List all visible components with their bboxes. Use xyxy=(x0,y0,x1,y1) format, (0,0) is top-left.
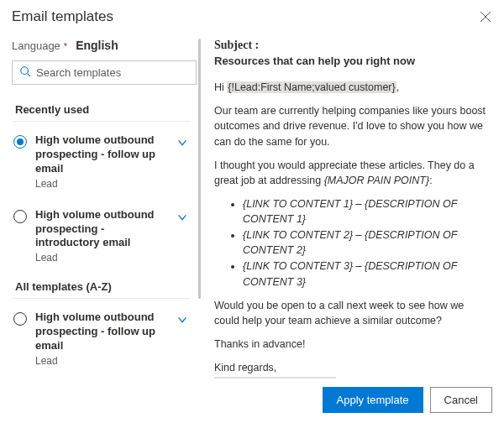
language-value[interactable]: English xyxy=(76,39,118,52)
radio-unselected[interactable] xyxy=(13,312,27,326)
search-box[interactable] xyxy=(12,60,197,85)
email-templates-dialog: Email templates Language* English Recent… xyxy=(0,0,504,423)
dialog-footer: Apply template Cancel xyxy=(0,379,504,423)
dialog-header: Email templates xyxy=(0,0,504,32)
signoff: Kind regards,{!User:Full Name;Thanks} xyxy=(214,360,489,379)
cancel-button[interactable]: Cancel xyxy=(430,387,492,413)
body-paragraph: Would you be open to a call next week to… xyxy=(214,298,489,328)
template-list[interactable]: Recently used High volume outbound prosp… xyxy=(12,98,197,379)
preview-pane: Subject : Resources that can help you ri… xyxy=(209,32,492,379)
template-item[interactable]: High volume outbound prospecting - follo… xyxy=(12,304,190,379)
merge-field: {!Lead:First Name;valued customer} xyxy=(227,81,396,93)
template-item[interactable]: High volume outbound prospecting - follo… xyxy=(12,127,190,201)
chevron-down-icon[interactable] xyxy=(176,314,188,326)
body-paragraph: Our team are currently helping companies… xyxy=(214,103,489,149)
left-pane: Language* English Recently used High vol… xyxy=(12,32,197,379)
chevron-down-icon[interactable] xyxy=(176,137,188,149)
template-name: High volume outbound prospecting - intro… xyxy=(35,208,168,251)
template-name: High volume outbound prospecting - follo… xyxy=(35,133,168,176)
list-item: {LINK TO CONTENT 1} – {DESCRIPTION OF CO… xyxy=(243,196,489,227)
dialog-body: Language* English Recently used High vol… xyxy=(0,32,504,379)
body-paragraph: I thought you would appreciate these art… xyxy=(214,158,489,188)
template-entity: Lead xyxy=(35,252,168,264)
language-label: Language* xyxy=(12,39,67,52)
content-links-list: {LINK TO CONTENT 1} – {DESCRIPTION OF CO… xyxy=(243,196,489,290)
close-icon[interactable] xyxy=(479,10,492,24)
section-all-templates: All templates (A-Z) xyxy=(12,275,190,299)
search-input[interactable] xyxy=(36,66,189,79)
pane-divider xyxy=(198,39,201,299)
template-item[interactable]: High volume outbound prospecting - intro… xyxy=(12,201,190,276)
language-row: Language* English xyxy=(12,32,197,60)
subject-label: Subject : xyxy=(214,37,489,54)
subject-text: Resources that can help you right now xyxy=(214,54,489,70)
template-name: High volume outbound prospecting - follo… xyxy=(35,311,168,353)
required-star: * xyxy=(64,41,67,51)
dialog-title: Email templates xyxy=(12,8,113,25)
section-recently-used: Recently used xyxy=(12,98,190,122)
greeting-line: Hi {!Lead:First Name;valued customer}, xyxy=(214,80,489,95)
chevron-down-icon[interactable] xyxy=(176,212,188,223)
apply-template-button[interactable]: Apply template xyxy=(323,387,423,413)
radio-selected[interactable] xyxy=(13,135,27,149)
svg-line-3 xyxy=(28,74,31,77)
list-item: {LINK TO CONTENT 2} – {DESCRIPTION OF CO… xyxy=(243,227,489,258)
search-icon xyxy=(19,65,31,80)
svg-point-2 xyxy=(21,67,29,75)
radio-unselected[interactable] xyxy=(13,210,27,223)
template-entity: Lead xyxy=(35,355,168,367)
body-paragraph: Thanks in advance! xyxy=(214,337,489,352)
list-item: {LINK TO CONTENT 3} – {DESCRIPTION OF CO… xyxy=(243,258,489,289)
template-entity: Lead xyxy=(35,178,168,190)
